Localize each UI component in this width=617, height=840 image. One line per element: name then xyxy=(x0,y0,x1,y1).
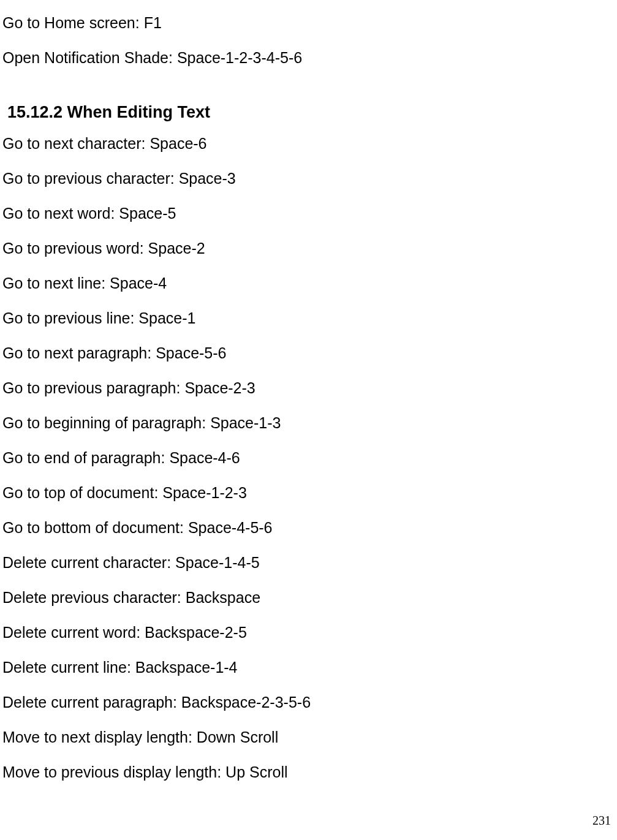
body-text: Go to previous line: Space-1 xyxy=(2,308,617,329)
body-text: Open Notification Shade: Space-1-2-3-4-5… xyxy=(2,47,617,69)
body-text: Delete current character: Space-1-4-5 xyxy=(2,552,617,573)
section-heading: 15.12.2 When Editing Text xyxy=(2,103,617,122)
body-text: Go to previous word: Space-2 xyxy=(2,238,617,259)
body-text: Go to previous paragraph: Space-2-3 xyxy=(2,377,617,399)
body-text: Go to previous character: Space-3 xyxy=(2,168,617,189)
body-text: Move to previous display length: Up Scro… xyxy=(2,762,617,783)
body-text: Move to next display length: Down Scroll xyxy=(2,727,617,748)
body-text: Go to bottom of document: Space-4-5-6 xyxy=(2,517,617,539)
body-text: Go to top of document: Space-1-2-3 xyxy=(2,482,617,504)
body-text: Go to next paragraph: Space-5-6 xyxy=(2,342,617,364)
body-text: Delete current line: Backspace-1-4 xyxy=(2,657,617,678)
body-text: Delete current paragraph: Backspace-2-3-… xyxy=(2,692,617,713)
body-text: Go to next word: Space-5 xyxy=(2,203,617,224)
page-number: 231 xyxy=(592,814,611,828)
body-text: Go to end of paragraph: Space-4-6 xyxy=(2,447,617,469)
body-text: Go to next character: Space-6 xyxy=(2,133,617,154)
body-text: Go to beginning of paragraph: Space-1-3 xyxy=(2,412,617,434)
body-text: Delete previous character: Backspace xyxy=(2,587,617,608)
body-text: Go to Home screen: F1 xyxy=(2,12,617,34)
body-text: Go to next line: Space-4 xyxy=(2,273,617,294)
body-text: Delete current word: Backspace-2-5 xyxy=(2,622,617,643)
